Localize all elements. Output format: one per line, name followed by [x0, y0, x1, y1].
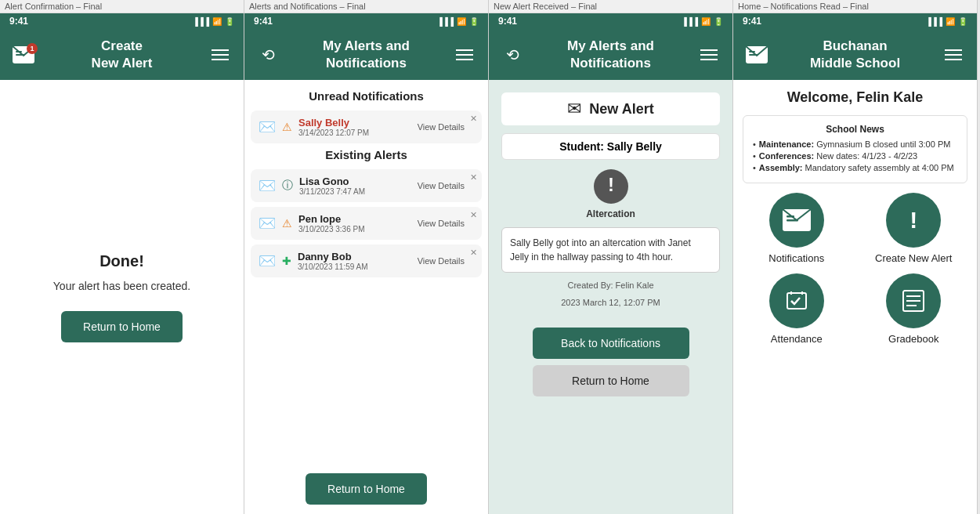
signal-icon: ▐▐▐	[193, 17, 209, 26]
status-bar-3: 9:41 ▐▐▐ 📶 🔋	[489, 13, 732, 30]
attendance-icon-circle	[769, 273, 824, 328]
status-bar-4: 9:41 ▐▐▐ 📶 🔋	[733, 13, 977, 30]
wifi-icon: 📶	[212, 17, 222, 26]
s3-buttons: Back to Notifications Return to Home	[489, 320, 732, 404]
battery-icon-3: 🔋	[714, 17, 723, 26]
battery-icon: 🔋	[225, 17, 234, 26]
attendance-label: Attendance	[771, 333, 823, 345]
news-item-assembly: • Assembly: Mandatory safety assembly at…	[753, 163, 957, 172]
status-time-1: 9:41	[9, 16, 28, 27]
existing-section-title: Existing Alerts	[251, 148, 482, 161]
home-grid-create-alert[interactable]: ! Create New Alert	[860, 193, 968, 264]
view-details-pen[interactable]: View Details	[418, 219, 465, 228]
battery-icon-2: 🔋	[469, 17, 479, 26]
screen-home: Home – Notifications Read – Final 9:41 ▐…	[733, 0, 978, 514]
status-time-4: 9:41	[743, 16, 761, 27]
screen-alert-confirmation: Alert Confirmation – Final 9:41 ▐▐▐ 📶 🔋 …	[0, 0, 244, 514]
notif-date-pen: 3/10/2023 3:36 PM	[298, 225, 411, 233]
status-time-3: 9:41	[498, 16, 517, 27]
return-home-btn-1[interactable]: Return to Home	[61, 311, 183, 342]
status-icons-2: ▐▐▐ 📶 🔋	[437, 17, 479, 26]
return-home-btn-3[interactable]: Return to Home	[533, 365, 689, 396]
gradebook-icon-circle	[886, 273, 941, 328]
home-grid: Notifications ! Create New Alert	[743, 193, 967, 345]
home-grid-attendance[interactable]: Attendance	[743, 273, 851, 345]
envelope-badge-btn[interactable]: 1	[9, 41, 38, 69]
header-bar-2: ⟲ My Alerts and Notifications	[244, 30, 488, 80]
alert-type-section: ! Altercation	[586, 168, 635, 219]
altercation-label: Altercation	[586, 208, 635, 219]
back-to-notifications-btn[interactable]: Back to Notifications	[533, 328, 689, 359]
close-btn-sally[interactable]: ✕	[470, 114, 477, 124]
screen-body-2: Unread Notifications ✉️ ⚠ Sally Belly 3/…	[244, 80, 488, 514]
home-grid-gradebook[interactable]: Gradebook	[860, 273, 968, 345]
wifi-icon-2: 📶	[457, 17, 466, 26]
status-bar-2: 9:41 ▐▐▐ 📶 🔋	[244, 13, 488, 30]
hamburger-menu-3[interactable]	[695, 41, 723, 69]
news-item-maintenance: • Maintenance: Gymnasium B closed until …	[753, 139, 957, 149]
notif-date-lisa: 3/11/2023 7:47 AM	[299, 187, 411, 196]
hamburger-menu-2[interactable]	[450, 41, 479, 69]
notif-date-danny: 3/10/2023 11:59 AM	[298, 262, 411, 271]
exclamation-icon: !	[909, 208, 917, 232]
done-text: Done!	[99, 252, 144, 270]
notification-badge: 1	[27, 43, 38, 54]
close-btn-lisa[interactable]: ✕	[470, 172, 477, 183]
status-time-2: 9:41	[254, 16, 273, 27]
back-btn-3[interactable]: ⟲	[498, 41, 526, 69]
screen-label-2: Alerts and Notifications – Final	[244, 0, 488, 13]
home-grid-notifications[interactable]: Notifications	[743, 193, 851, 264]
altercation-icon: !	[592, 168, 630, 205]
created-by-text: Created By: Felin Kale	[567, 281, 653, 290]
new-alert-header: ✉ New Alert	[501, 92, 720, 125]
header-title-2: My Alerts and Notifications	[282, 38, 450, 72]
close-btn-danny[interactable]: ✕	[470, 248, 477, 258]
screen-label-1: Alert Confirmation – Final	[0, 0, 244, 13]
screen-body-4: Welcome, Felin Kale School News • Mainte…	[733, 80, 977, 514]
header-title-3: My Alerts and Notifications	[526, 38, 695, 72]
news-text-conferences: New dates: 4/1/23 - 4/2/23	[814, 151, 917, 161]
welcome-text: Welcome, Felin Kale	[743, 89, 967, 106]
signal-icon-4: ▐▐▐	[926, 17, 942, 26]
view-details-sally[interactable]: View Details	[418, 122, 465, 132]
notif-name-lisa: Lisa Gono	[299, 176, 411, 187]
header-title-4: Buchanan Middle School	[771, 38, 939, 72]
create-alert-label: Create New Alert	[875, 252, 952, 264]
status-bar-1: 9:41 ▐▐▐ 📶 🔋	[0, 13, 244, 30]
view-details-lisa[interactable]: View Details	[418, 181, 465, 190]
gradebook-label: Gradebook	[888, 333, 938, 345]
close-btn-pen[interactable]: ✕	[470, 210, 477, 220]
svg-rect-7	[749, 54, 758, 56]
envelope-icon-alert: ✉	[567, 99, 581, 119]
hamburger-menu-4[interactable]	[939, 41, 967, 69]
header-bar-3: ⟲ My Alerts and Notifications	[489, 30, 732, 80]
screen-label-3: New Alert Received – Final	[489, 0, 732, 13]
hamburger-menu-1[interactable]	[206, 41, 234, 69]
student-name-badge: Student: Sally Belly	[501, 133, 720, 160]
school-news-card: School News • Maintenance: Gymnasium B c…	[743, 115, 967, 183]
back-btn-2[interactable]: ⟲	[254, 41, 282, 69]
return-home-btn-2[interactable]: Return to Home	[306, 473, 427, 505]
unread-section-title: Unread Notifications	[251, 89, 482, 103]
new-alert-title: New Alert	[589, 101, 653, 118]
info-icon-lisa: ⓘ	[282, 179, 293, 193]
envelope-icon-sally: ✉️	[259, 118, 276, 136]
view-details-danny[interactable]: View Details	[418, 256, 465, 266]
status-icons-1: ▐▐▐ 📶 🔋	[193, 17, 234, 26]
notifications-icon-circle	[769, 193, 824, 248]
health-icon-danny: ✚	[282, 255, 291, 267]
signal-icon-3: ▐▐▐	[682, 17, 698, 26]
news-bold-assembly: Assembly:	[759, 163, 803, 172]
envelope-icon-4	[746, 46, 768, 63]
notifications-envelope-icon	[783, 209, 811, 231]
svg-rect-9	[787, 215, 794, 218]
gradebook-lines-icon	[901, 289, 926, 313]
screen-new-alert: New Alert Received – Final 9:41 ▐▐▐ 📶 🔋 …	[489, 0, 733, 514]
notif-name-danny: Danny Bob	[298, 251, 411, 262]
envelope-btn-4[interactable]	[743, 41, 771, 69]
envelope-icon-pen: ✉️	[259, 215, 276, 232]
svg-rect-2	[16, 54, 25, 56]
screen-body-1: Done! Your alert has been created. Retur…	[0, 80, 244, 514]
notif-card-danny: ✉️ ✚ Danny Bob 3/10/2023 11:59 AM View D…	[251, 244, 482, 277]
svg-text:!: !	[608, 174, 614, 195]
